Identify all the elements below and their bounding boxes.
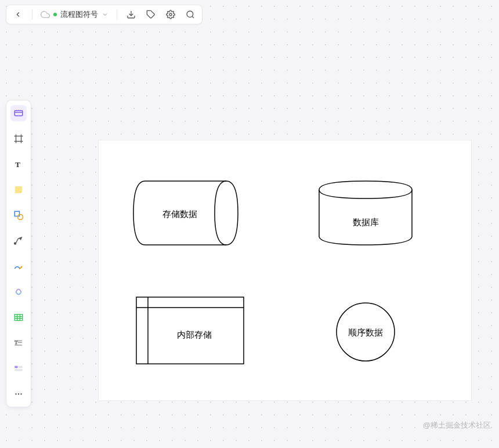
sync-status-dot bbox=[53, 13, 57, 16]
settings-button[interactable] bbox=[165, 9, 176, 20]
svg-rect-25 bbox=[15, 366, 17, 368]
tool-mindmap[interactable] bbox=[10, 284, 27, 300]
svg-point-14 bbox=[15, 243, 16, 244]
drawing-canvas[interactable]: 存储数据 数据库 内部存储 顺序数据 bbox=[99, 140, 471, 400]
svg-point-3 bbox=[187, 11, 193, 17]
tool-textblock[interactable]: T bbox=[10, 335, 27, 351]
toolbar-divider bbox=[32, 9, 32, 20]
tool-connector[interactable] bbox=[10, 233, 27, 249]
svg-text:T: T bbox=[15, 340, 17, 345]
svg-marker-15 bbox=[20, 237, 22, 240]
shape-label: 内部存储 bbox=[177, 330, 212, 339]
tool-sticky-note[interactable] bbox=[10, 182, 27, 198]
doc-title-area[interactable]: 流程图符号 bbox=[41, 9, 109, 20]
tool-more[interactable] bbox=[10, 386, 27, 402]
svg-point-28 bbox=[15, 393, 16, 395]
svg-point-13 bbox=[18, 215, 23, 220]
shape-database[interactable]: 数据库 bbox=[319, 181, 412, 245]
svg-point-30 bbox=[20, 393, 21, 395]
shape-label: 存储数据 bbox=[162, 209, 197, 219]
shape-internal-storage[interactable]: 内部存储 bbox=[136, 297, 244, 364]
shape-label: 顺序数据 bbox=[348, 327, 383, 337]
back-button[interactable] bbox=[12, 9, 24, 20]
shape-stored-data[interactable]: 存储数据 bbox=[133, 181, 238, 245]
top-toolbar: 流程图符号 bbox=[6, 5, 203, 24]
download-button[interactable] bbox=[125, 9, 137, 20]
left-sidebar: T T bbox=[6, 100, 31, 407]
tool-shapes[interactable] bbox=[10, 207, 27, 223]
cloud-sync-icon bbox=[41, 10, 50, 19]
tool-card[interactable] bbox=[10, 105, 27, 121]
doc-title: 流程图符号 bbox=[60, 9, 98, 20]
search-button[interactable] bbox=[185, 9, 196, 20]
tool-frame[interactable] bbox=[10, 131, 27, 147]
watermark: @稀土掘金技术社区 bbox=[423, 420, 491, 431]
svg-rect-27 bbox=[15, 369, 23, 371]
chevron-down-icon bbox=[102, 11, 109, 18]
tool-template[interactable] bbox=[10, 360, 27, 377]
svg-text:T: T bbox=[15, 160, 20, 169]
tool-text[interactable]: T bbox=[10, 156, 27, 172]
svg-rect-5 bbox=[15, 111, 23, 116]
shape-sequential-data[interactable]: 顺序数据 bbox=[337, 303, 395, 361]
svg-rect-26 bbox=[19, 366, 23, 368]
shape-label: 数据库 bbox=[353, 217, 379, 227]
tag-button[interactable] bbox=[145, 9, 157, 20]
svg-point-2 bbox=[169, 13, 172, 16]
tool-pen[interactable] bbox=[10, 258, 27, 274]
svg-point-29 bbox=[18, 393, 19, 395]
tool-table[interactable] bbox=[10, 309, 27, 326]
toolbar-divider bbox=[117, 9, 117, 20]
svg-line-4 bbox=[192, 16, 194, 18]
svg-rect-16 bbox=[15, 315, 23, 321]
